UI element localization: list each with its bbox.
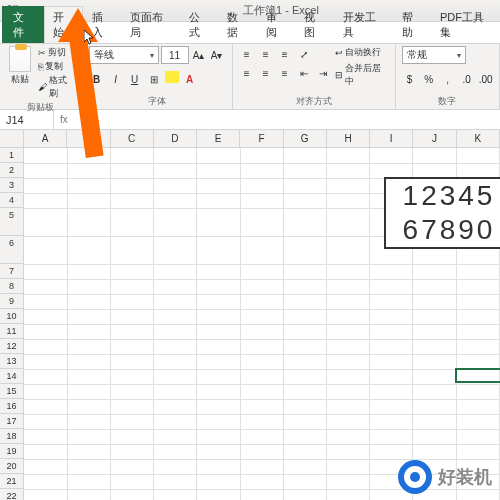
cell[interactable]	[110, 354, 153, 369]
cell[interactable]	[326, 324, 369, 339]
cell[interactable]	[110, 264, 153, 279]
cell[interactable]	[154, 208, 197, 236]
format-painter-button[interactable]: 🖌格式刷	[38, 74, 76, 100]
cell[interactable]	[110, 369, 153, 384]
cell[interactable]	[326, 369, 369, 384]
cell[interactable]	[154, 474, 197, 489]
row-18[interactable]: 18	[0, 429, 23, 444]
cell[interactable]	[413, 264, 456, 279]
cell[interactable]	[283, 399, 326, 414]
cell[interactable]	[24, 193, 67, 208]
border-button[interactable]: ⊞	[146, 71, 162, 87]
cell[interactable]	[240, 294, 283, 309]
cell[interactable]	[240, 264, 283, 279]
row-2[interactable]: 2	[0, 163, 23, 178]
cell[interactable]	[240, 309, 283, 324]
align-right-icon[interactable]: ≡	[277, 65, 293, 81]
col-J[interactable]: J	[413, 130, 456, 147]
row-20[interactable]: 20	[0, 459, 23, 474]
cell[interactable]	[413, 369, 456, 384]
col-A[interactable]: A	[24, 130, 67, 147]
cell[interactable]	[283, 369, 326, 384]
cell[interactable]	[370, 264, 413, 279]
increase-font-icon[interactable]: A▴	[191, 47, 207, 63]
cell[interactable]	[456, 384, 499, 399]
row-15[interactable]: 15	[0, 384, 23, 399]
cell[interactable]	[326, 489, 369, 500]
cell[interactable]	[110, 324, 153, 339]
cell[interactable]	[154, 279, 197, 294]
cell[interactable]	[67, 369, 110, 384]
cell[interactable]	[67, 354, 110, 369]
cell[interactable]	[197, 489, 240, 500]
cell[interactable]	[326, 148, 369, 163]
cell[interactable]	[283, 429, 326, 444]
row-3[interactable]: 3	[0, 178, 23, 193]
tab-review[interactable]: 审阅	[257, 6, 295, 43]
cell[interactable]	[240, 399, 283, 414]
cell[interactable]	[240, 339, 283, 354]
cell[interactable]	[283, 163, 326, 178]
cell[interactable]	[283, 489, 326, 500]
column-headers[interactable]: ABCDEFGHIJK	[24, 130, 500, 148]
bold-button[interactable]: B	[89, 71, 105, 87]
cell[interactable]	[197, 264, 240, 279]
cell[interactable]	[240, 369, 283, 384]
cell[interactable]	[326, 429, 369, 444]
wrap-text-button[interactable]: ↩自动换行	[335, 46, 389, 59]
cell[interactable]	[283, 324, 326, 339]
cell[interactable]	[197, 178, 240, 193]
cell[interactable]	[240, 236, 283, 264]
cell[interactable]	[283, 148, 326, 163]
tab-data[interactable]: 数据	[218, 6, 256, 43]
cell[interactable]	[240, 148, 283, 163]
col-D[interactable]: D	[154, 130, 197, 147]
cell[interactable]	[24, 369, 67, 384]
cell[interactable]	[370, 339, 413, 354]
cell[interactable]	[197, 399, 240, 414]
cell[interactable]	[154, 193, 197, 208]
cell[interactable]	[413, 294, 456, 309]
cell[interactable]	[154, 163, 197, 178]
cell[interactable]	[456, 444, 499, 459]
cell[interactable]	[370, 369, 413, 384]
cell[interactable]	[413, 444, 456, 459]
cell[interactable]	[110, 399, 153, 414]
cell[interactable]	[197, 369, 240, 384]
cell[interactable]	[370, 148, 413, 163]
cell[interactable]	[110, 474, 153, 489]
cell[interactable]	[283, 309, 326, 324]
decrease-decimal-icon[interactable]: .00	[478, 71, 494, 87]
cell[interactable]	[154, 429, 197, 444]
tab-file[interactable]: 文件	[2, 6, 44, 43]
cell[interactable]	[110, 163, 153, 178]
cell[interactable]	[370, 163, 413, 178]
cell[interactable]	[67, 459, 110, 474]
row-4[interactable]: 4	[0, 193, 23, 208]
row-14[interactable]: 14	[0, 369, 23, 384]
cell[interactable]	[326, 279, 369, 294]
cell[interactable]	[67, 279, 110, 294]
cell[interactable]	[67, 429, 110, 444]
col-E[interactable]: E	[197, 130, 240, 147]
cell[interactable]	[197, 236, 240, 264]
cell[interactable]	[283, 193, 326, 208]
cell[interactable]	[197, 459, 240, 474]
cell[interactable]	[154, 309, 197, 324]
tab-dev[interactable]: 开发工具	[334, 6, 393, 43]
cell[interactable]	[283, 384, 326, 399]
cell[interactable]	[197, 294, 240, 309]
cell[interactable]	[24, 163, 67, 178]
cell[interactable]	[67, 264, 110, 279]
cell[interactable]	[370, 399, 413, 414]
cell[interactable]	[154, 459, 197, 474]
cell[interactable]	[110, 309, 153, 324]
cell[interactable]	[110, 294, 153, 309]
cell[interactable]	[240, 279, 283, 294]
cell[interactable]	[456, 339, 499, 354]
cell[interactable]	[24, 208, 67, 236]
cell[interactable]	[197, 384, 240, 399]
cell[interactable]	[67, 339, 110, 354]
cell[interactable]	[67, 236, 110, 264]
cell[interactable]	[326, 294, 369, 309]
